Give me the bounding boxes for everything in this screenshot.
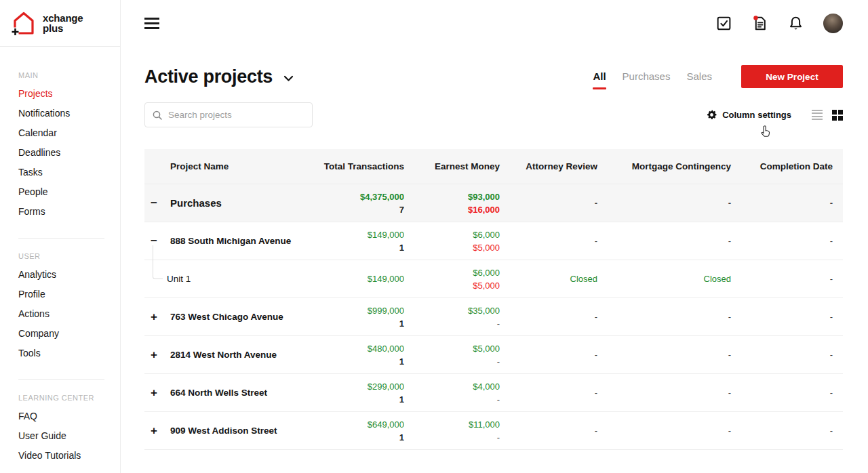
cell-value: Closed	[597, 272, 731, 285]
sidebar-item-tools[interactable]: Tools	[0, 344, 120, 363]
cell-mortgage_contingency: -	[597, 386, 731, 399]
cell-total_transactions: $999,0001	[299, 304, 404, 330]
cell-completion_date: -	[731, 386, 833, 399]
gear-icon	[706, 109, 717, 121]
cell-value: 1	[299, 431, 404, 444]
collapse-row-button[interactable]: −	[149, 199, 159, 208]
topbar	[121, 0, 868, 47]
sidebar-item-calendar[interactable]: Calendar	[0, 123, 120, 143]
table-row-purchases[interactable]: −Purchases$4,375,0007$93,000$16,000---	[144, 184, 843, 222]
search-box[interactable]	[144, 102, 313, 127]
sidebar-item-company[interactable]: Company	[0, 324, 120, 344]
cell-value: $5,000	[404, 241, 500, 254]
cell-value: -	[597, 234, 731, 247]
tab-sales[interactable]: Sales	[686, 70, 712, 83]
documents-icon[interactable]	[751, 15, 768, 32]
sidebar-item-notifications[interactable]: Notifications	[0, 104, 120, 123]
sidebar-item-tasks[interactable]: Tasks	[0, 163, 120, 182]
tasks-check-icon[interactable]	[715, 15, 732, 32]
search-input[interactable]	[168, 110, 305, 120]
brand-logo[interactable]: xchange plus	[0, 0, 120, 47]
expand-row-button[interactable]: +	[149, 312, 159, 322]
sidebar-item-people[interactable]: People	[0, 182, 120, 202]
cell-total_transactions: $149,000	[299, 272, 404, 285]
expand-row-button[interactable]: +	[149, 350, 159, 360]
project-name-cell: +2814 West North Avenue	[144, 350, 299, 360]
cell-earnest_money: $6,000$5,000	[404, 228, 500, 254]
notifications-bell-icon[interactable]	[787, 15, 804, 32]
table-row-888-south-michigan-avenue[interactable]: −888 South Michigan Avenue$149,0001$6,00…	[144, 222, 843, 260]
grid-view-icon[interactable]	[832, 110, 843, 121]
sidebar-item-faq[interactable]: FAQ	[0, 407, 120, 426]
chevron-down-icon[interactable]	[283, 75, 294, 82]
table-row-664-north-wells-street[interactable]: +664 North Wells Street$299,0001$4,000--…	[144, 374, 843, 412]
cell-value: $4,000	[404, 380, 500, 393]
sidebar-item-user-guide[interactable]: User Guide	[0, 426, 120, 446]
cell-earnest_money: $4,000-	[404, 380, 500, 406]
tab-purchases[interactable]: Purchases	[623, 70, 671, 83]
table-row-2814-west-north-avenue[interactable]: +2814 West North Avenue$480,0001$5,000--…	[144, 336, 843, 374]
cell-attorney_review: -	[500, 310, 597, 323]
expand-row-button[interactable]: +	[149, 426, 159, 436]
cell-value: $16,000	[404, 203, 500, 216]
cell-value: -	[731, 424, 833, 437]
cell-value: $5,000	[404, 279, 500, 292]
cell-value: -	[731, 310, 833, 323]
sidebar-item-profile[interactable]: Profile	[0, 285, 120, 304]
table-row-763-west-chicago-avenue[interactable]: +763 West Chicago Avenue$999,0001$35,000…	[144, 298, 843, 336]
sidebar-item-deadlines[interactable]: Deadlines	[0, 143, 120, 163]
cell-completion_date: -	[731, 424, 833, 437]
cell-value: -	[731, 386, 833, 399]
sidebar-section-title-user: USER	[18, 252, 120, 260]
cell-earnest_money: $5,000-	[404, 342, 500, 368]
cell-value: $4,375,000	[299, 190, 404, 203]
cell-value: -	[500, 197, 597, 209]
column-header-name: Project Name	[144, 161, 299, 171]
cell-mortgage_contingency: -	[597, 424, 731, 437]
project-name-cell: +664 North Wells Street	[144, 388, 299, 398]
cell-value: $999,000	[299, 304, 404, 317]
cell-value: -	[597, 310, 731, 323]
cell-total_transactions: $4,375,0007	[299, 190, 404, 216]
expand-row-button[interactable]: +	[149, 388, 159, 398]
project-name-cell: +909 West Addison Street	[144, 426, 299, 436]
cell-attorney_review: -	[500, 234, 597, 247]
sidebar-item-analytics[interactable]: Analytics	[0, 265, 120, 285]
cell-value: $35,000	[404, 304, 500, 317]
collapse-row-button[interactable]: −	[149, 236, 159, 246]
sidebar-item-video-tutorials[interactable]: Video Tutorials	[0, 446, 120, 466]
column-header-completion_date: Completion Date	[731, 161, 833, 171]
cell-value: $6,000	[404, 228, 500, 241]
sidebar-item-projects[interactable]: Projects	[0, 84, 120, 104]
sidebar-item-forms[interactable]: Forms	[0, 202, 120, 222]
house-logo-icon	[10, 9, 37, 37]
project-name-cell: Unit 1	[144, 274, 299, 284]
list-view-icon[interactable]	[812, 110, 823, 121]
cell-value: -	[597, 348, 731, 361]
cell-earnest_money: $35,000-	[404, 304, 500, 330]
cell-completion_date: -	[731, 310, 833, 323]
tab-all[interactable]: All	[593, 70, 606, 83]
column-header-total_transactions: Total Transactions	[299, 161, 404, 171]
table-row-909-west-addison-street[interactable]: +909 West Addison Street$649,0001$11,000…	[144, 412, 843, 450]
cell-value: -	[597, 424, 731, 437]
cell-total_transactions: $299,0001	[299, 380, 404, 406]
cell-value: $6,000	[404, 266, 500, 279]
new-project-button[interactable]: New Project	[741, 65, 843, 88]
column-settings-button[interactable]: Column settings	[706, 109, 791, 121]
cell-value: -	[597, 197, 731, 209]
user-avatar[interactable]	[823, 14, 843, 33]
table-row-unit-1[interactable]: Unit 1$149,000$6,000$5,000ClosedClosed-	[144, 260, 843, 298]
cell-value: $480,000	[299, 342, 404, 355]
sidebar-divider	[18, 238, 104, 239]
sidebar-item-actions[interactable]: Actions	[0, 304, 120, 324]
menu-icon[interactable]	[144, 18, 161, 29]
cell-attorney_review: -	[500, 197, 597, 209]
sidebar-section-title-learning-center: LEARNING CENTER	[18, 394, 120, 402]
view-toggles	[812, 110, 843, 121]
project-name-label: 888 South Michigan Avenue	[170, 236, 291, 246]
cell-value: -	[500, 386, 597, 399]
page-content: Active projects AllPurchasesSales New Pr…	[121, 65, 868, 450]
project-name-cell: −Purchases	[144, 197, 299, 209]
sidebar-section-title-main: MAIN	[18, 71, 120, 79]
